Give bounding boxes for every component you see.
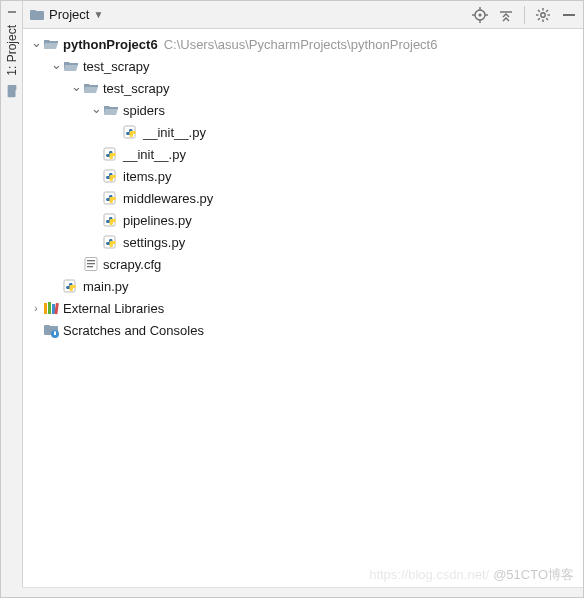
tree-node-label: pipelines.py <box>123 213 192 228</box>
project-tree[interactable]: ⌄pythonProject6C:\Users\asus\PycharmProj… <box>23 29 583 597</box>
svg-rect-29 <box>87 260 95 261</box>
chevron-down-icon[interactable]: ▼ <box>93 9 103 20</box>
folder-open-icon <box>103 102 119 118</box>
project-view-icon <box>29 7 45 23</box>
hide-icon[interactable] <box>561 7 577 23</box>
locate-icon[interactable] <box>472 7 488 23</box>
folder-open-icon <box>83 80 99 96</box>
project-toolbar: Project ▼ <box>23 1 583 29</box>
project-panel: Project ▼ ⌄pythonProject6C:\Users\asus\P… <box>23 1 583 597</box>
python-icon <box>103 146 119 162</box>
tree-node-label: Scratches and Consoles <box>63 323 204 338</box>
chevron-down-icon[interactable]: ⌄ <box>89 101 103 116</box>
svg-rect-34 <box>48 302 51 314</box>
svg-point-6 <box>479 13 482 16</box>
tree-node-label: test_scrapy <box>103 81 169 96</box>
svg-rect-36 <box>54 303 59 314</box>
tree-row[interactable]: ⌄test_scrapy <box>23 55 583 77</box>
tool-window-tab-bar: 1: Project <box>1 1 23 597</box>
tree-row[interactable]: ›main.py <box>23 275 583 297</box>
tree-row[interactable]: ›External Libraries <box>23 297 583 319</box>
svg-rect-35 <box>52 304 55 314</box>
tree-node-label: main.py <box>83 279 129 294</box>
svg-rect-31 <box>87 266 93 267</box>
collapse-all-icon[interactable] <box>498 7 514 23</box>
svg-point-41 <box>54 331 55 332</box>
tree-node-label: __init__.py <box>143 125 206 140</box>
tree-row[interactable]: ⌄test_scrapy <box>23 77 583 99</box>
tree-row[interactable]: ›pipelines.py <box>23 209 583 231</box>
tree-row[interactable]: ›scrapy.cfg <box>23 253 583 275</box>
tree-node-path: C:\Users\asus\PycharmProjects\pythonProj… <box>164 37 438 52</box>
tab-pin-icon[interactable] <box>7 7 17 17</box>
svg-line-18 <box>546 18 548 20</box>
gear-icon[interactable] <box>535 7 551 23</box>
tree-row[interactable]: ⌄pythonProject6C:\Users\asus\PycharmProj… <box>23 33 583 55</box>
tree-row[interactable]: ⌄spiders <box>23 99 583 121</box>
tree-row[interactable]: ›middlewares.py <box>23 187 583 209</box>
python-icon <box>103 212 119 228</box>
svg-rect-0 <box>8 11 16 13</box>
tree-node-label: scrapy.cfg <box>103 257 161 272</box>
tab-label: 1: Project <box>5 25 19 76</box>
folder-open-icon <box>43 36 59 52</box>
svg-rect-4 <box>30 10 36 13</box>
svg-rect-40 <box>54 332 56 335</box>
python-icon <box>103 168 119 184</box>
svg-line-20 <box>546 10 548 12</box>
chevron-down-icon[interactable]: ⌄ <box>49 57 63 72</box>
tree-node-label: test_scrapy <box>83 59 149 74</box>
libraries-icon <box>43 300 59 316</box>
svg-line-17 <box>538 10 540 12</box>
python-icon <box>103 190 119 206</box>
svg-rect-33 <box>44 303 47 314</box>
svg-line-19 <box>538 18 540 20</box>
chevron-down-icon[interactable]: ⌄ <box>29 35 43 50</box>
tree-node-label: spiders <box>123 103 165 118</box>
svg-point-12 <box>541 12 545 16</box>
svg-rect-38 <box>44 325 50 328</box>
tree-node-label: pythonProject6 <box>63 37 158 52</box>
toolbar-divider <box>524 6 525 24</box>
tree-node-label: items.py <box>123 169 171 184</box>
tree-node-label: External Libraries <box>63 301 164 316</box>
horizontal-scrollbar[interactable] <box>22 587 583 597</box>
svg-rect-21 <box>563 14 575 16</box>
scratches-icon <box>43 322 59 338</box>
cfg-icon <box>83 256 99 272</box>
folder-open-icon <box>63 58 79 74</box>
python-icon <box>103 234 119 250</box>
folder-icon <box>5 84 19 98</box>
tree-node-label: middlewares.py <box>123 191 213 206</box>
svg-rect-30 <box>87 263 95 264</box>
python-icon <box>63 278 79 294</box>
tree-row[interactable]: ›__init__.py <box>23 121 583 143</box>
tree-row[interactable]: ›settings.py <box>23 231 583 253</box>
tree-row[interactable]: ›items.py <box>23 165 583 187</box>
project-tab[interactable]: 1: Project <box>5 21 19 80</box>
chevron-right-icon[interactable]: › <box>29 303 43 314</box>
python-icon <box>123 124 139 140</box>
tree-node-label: settings.py <box>123 235 185 250</box>
tree-row[interactable]: ›__init__.py <box>23 143 583 165</box>
project-dropdown-label[interactable]: Project <box>49 7 89 22</box>
tree-row[interactable]: ›Scratches and Consoles <box>23 319 583 341</box>
tree-node-label: __init__.py <box>123 147 186 162</box>
chevron-down-icon[interactable]: ⌄ <box>69 79 83 94</box>
